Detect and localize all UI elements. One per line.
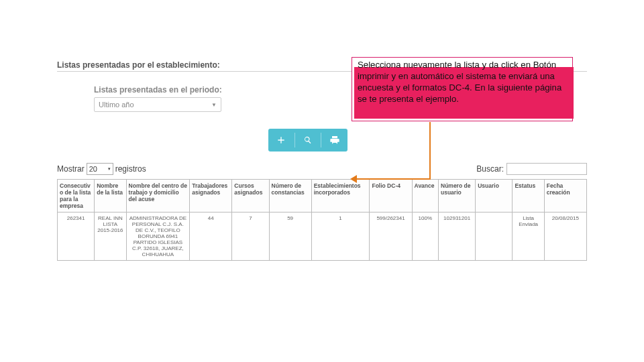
show-label-pre: Mostrar	[57, 164, 85, 174]
toolbar-row	[57, 127, 587, 154]
col-header[interactable]: Estatus	[513, 180, 544, 213]
chevron-down-icon: ▾	[108, 166, 111, 172]
col-header[interactable]: Número de usuario	[439, 180, 476, 213]
col-header[interactable]: Usuario	[476, 180, 513, 213]
cell: 102931201	[439, 213, 476, 261]
cell: 599/262341	[370, 213, 412, 261]
cell: 262341	[58, 213, 95, 261]
col-header[interactable]: Nombre de la lista	[95, 180, 126, 213]
chevron-down-icon: ▼	[211, 102, 217, 108]
cell: 7	[232, 213, 269, 261]
callout-content: Selecciona nuevamente la lista y da clic…	[358, 60, 561, 104]
page-size-control: Mostrar 20 ▾ registros	[57, 163, 146, 175]
search-control: Buscar:	[476, 163, 587, 175]
col-header[interactable]: Consecutivo de la lista para la empresa	[58, 180, 95, 213]
search-label: Buscar:	[476, 164, 504, 174]
add-button[interactable]	[268, 129, 294, 152]
col-header[interactable]: Establecimientos incorporados	[311, 180, 370, 213]
col-header[interactable]: Número de constancias	[269, 180, 311, 213]
arrow-left-icon	[350, 175, 357, 183]
table-controls: Mostrar 20 ▾ registros Buscar:	[57, 163, 587, 175]
action-toolbar	[268, 129, 347, 152]
plus-icon	[276, 135, 286, 145]
search-input[interactable]	[506, 163, 587, 175]
page-size-value: 20	[89, 165, 97, 173]
table-row[interactable]: 262341 REAL INN LISTA 2015-2016 ADMINIST…	[58, 213, 587, 261]
cell: REAL INN LISTA 2015-2016	[95, 213, 126, 261]
callout-text: Selecciona nuevamente la lista y da clic…	[358, 60, 570, 105]
col-header[interactable]: Avance	[412, 180, 438, 213]
cell: Lista Enviada	[513, 213, 544, 261]
search-icon	[303, 135, 313, 145]
cell: 59	[269, 213, 311, 261]
cell: 20/08/2015	[544, 213, 586, 261]
cell	[476, 213, 513, 261]
data-table: Consecutivo de la lista para la empresa …	[57, 179, 587, 261]
periodo-selected-value: Ultimo año	[99, 101, 134, 109]
table-header-row: Consecutivo de la lista para la empresa …	[58, 180, 587, 213]
col-header[interactable]: Fecha creación	[544, 180, 586, 213]
cell: 100%	[412, 213, 438, 261]
col-header[interactable]: Cursos asignados	[232, 180, 269, 213]
print-icon	[329, 135, 340, 145]
col-header[interactable]: Nombre del centro de trabajo y domicilio…	[126, 180, 190, 213]
cell: 1	[311, 213, 370, 261]
page-size-select[interactable]: 20 ▾	[87, 163, 113, 175]
print-button[interactable]	[321, 129, 347, 152]
show-label-post: registros	[115, 164, 146, 174]
periodo-select[interactable]: Ultimo año ▼	[94, 97, 221, 112]
search-button[interactable]	[295, 129, 321, 152]
col-header[interactable]: Folio DC-4	[370, 180, 412, 213]
col-header[interactable]: Trabajadores asignados	[190, 180, 232, 213]
cell: 44	[190, 213, 232, 261]
cell: ADMINISTRADORA DE PERSONAL C.J. S.A. DE …	[126, 213, 190, 261]
